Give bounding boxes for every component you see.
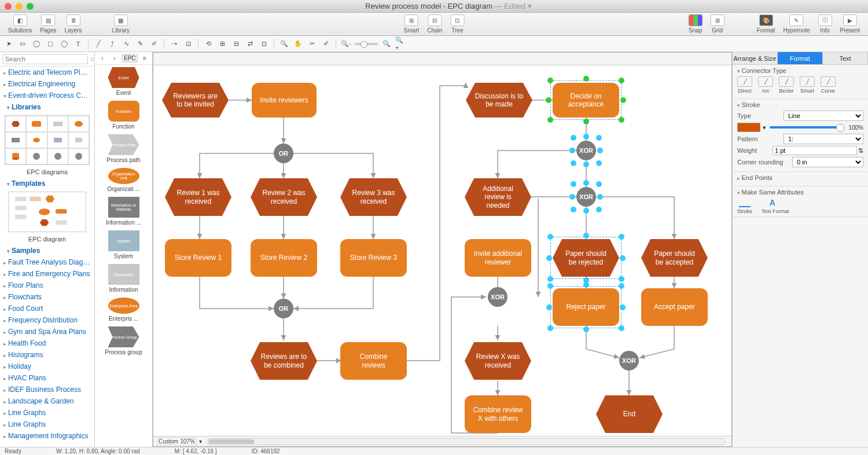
event-shape[interactable]: Review X was received bbox=[465, 342, 531, 380]
zoom-in-button[interactable]: 🔍+ bbox=[395, 39, 406, 49]
nav-item[interactable]: Management Infographics bbox=[0, 430, 94, 442]
crop-icon[interactable]: ✂ bbox=[307, 39, 317, 49]
lib-fwd-icon[interactable]: › bbox=[109, 53, 120, 64]
present-button[interactable]: ▶Present bbox=[837, 14, 863, 34]
tree-button[interactable]: ⊡Tree bbox=[447, 14, 468, 34]
event-shape[interactable]: Reviewers are to be invited bbox=[162, 83, 229, 118]
nav-item[interactable]: Food Court bbox=[0, 303, 94, 314]
info-button[interactable]: ⓘInfo bbox=[815, 14, 836, 34]
event-shape[interactable]: Review 1 was received bbox=[165, 178, 231, 216]
function-shape[interactable]: Invite reviewers bbox=[252, 83, 317, 118]
function-shape[interactable]: Decide on acceptance bbox=[553, 83, 619, 118]
section-connector-type[interactable]: Connector Type bbox=[737, 67, 863, 74]
lasso-icon[interactable]: ◯ bbox=[31, 39, 42, 49]
nav-templates[interactable]: Templates bbox=[0, 178, 94, 189]
grid-button[interactable]: ⊞Grid bbox=[707, 14, 728, 34]
tab-arrange[interactable]: Arrange & Size bbox=[733, 52, 778, 64]
nav-item[interactable]: Electrical Engineering bbox=[0, 78, 94, 90]
function-shape[interactable]: Combine reviews bbox=[340, 342, 407, 380]
nav-item[interactable]: Fire and Emergency Plans bbox=[0, 268, 94, 280]
lib-back-icon[interactable]: ‹ bbox=[97, 53, 108, 64]
zoom-down-icon[interactable]: ▾ bbox=[199, 438, 202, 445]
event-shape[interactable]: Paper should be accepted bbox=[641, 239, 708, 277]
lib-item[interactable]: InformationInformation bbox=[95, 264, 152, 293]
line-tool-icon[interactable]: ╱ bbox=[93, 39, 104, 49]
rect-select-icon[interactable]: ▭ bbox=[17, 39, 28, 49]
event-shape[interactable]: End bbox=[596, 395, 663, 433]
format-button[interactable]: 🎨Format bbox=[753, 14, 779, 34]
text-tool-icon[interactable]: T bbox=[73, 39, 83, 49]
scrollbar-horizontal[interactable] bbox=[207, 438, 726, 445]
pages-button[interactable]: ▤Pages bbox=[36, 14, 60, 34]
arc-tool-icon[interactable]: ⤴ bbox=[107, 39, 117, 49]
xor-gate[interactable]: XOR bbox=[488, 287, 507, 307]
distribute-icon[interactable]: ⊟ bbox=[231, 39, 241, 49]
stroke-color-swatch[interactable] bbox=[737, 123, 760, 132]
tab-format[interactable]: Format bbox=[778, 52, 823, 64]
event-shape[interactable]: Paper should be rejected bbox=[553, 239, 619, 277]
home-icon[interactable]: ⌂ bbox=[90, 55, 94, 63]
nav-item[interactable]: Holiday bbox=[0, 361, 94, 372]
stamp-icon[interactable]: ⊡ bbox=[183, 39, 193, 49]
function-shape[interactable]: Invite additional reviewer bbox=[465, 239, 531, 277]
stepper-icon[interactable]: ⇅ bbox=[858, 147, 863, 155]
nav-item[interactable]: HVAC Plans bbox=[0, 372, 94, 384]
section-endpoints[interactable]: End Points bbox=[737, 174, 863, 181]
lib-item[interactable]: EventEvent bbox=[95, 67, 152, 96]
conn-bezier-button[interactable]: ╱Bezier bbox=[779, 76, 794, 94]
corner-select[interactable]: 0 in bbox=[792, 157, 863, 167]
layers-button[interactable]: ≣Layers bbox=[61, 14, 86, 34]
conn-curve-button[interactable]: ╱Curve bbox=[821, 76, 836, 94]
nav-item[interactable]: Health Food bbox=[0, 337, 94, 349]
tab-text[interactable]: Text bbox=[823, 52, 868, 64]
section-stroke[interactable]: Stroke bbox=[737, 101, 863, 108]
nav-item[interactable]: Gym and Spa Area Plans bbox=[0, 326, 94, 337]
zoom-fit-icon[interactable]: 🔍 bbox=[381, 39, 392, 49]
library-thumbnail[interactable] bbox=[5, 115, 90, 165]
lib-item[interactable]: Enterprise AreaEnterpris ... bbox=[95, 298, 152, 322]
pointer-tool-icon[interactable]: ➤ bbox=[3, 39, 14, 49]
nav-item[interactable]: IDEF Business Process bbox=[0, 384, 94, 395]
event-shape[interactable]: Review 2 was received bbox=[251, 178, 317, 216]
or-gate[interactable]: OR bbox=[274, 299, 293, 318]
function-shape[interactable]: Accept paper bbox=[641, 288, 708, 326]
pen-tool-icon[interactable]: ✎ bbox=[135, 39, 145, 49]
xor-gate[interactable]: XOR bbox=[576, 187, 596, 207]
group-icon[interactable]: ⊡ bbox=[259, 39, 269, 49]
event-shape[interactable]: Review 3 was received bbox=[340, 178, 407, 216]
nav-item[interactable]: Floor Plans bbox=[0, 280, 94, 291]
chain-button[interactable]: ⊟Chain bbox=[424, 14, 446, 34]
nav-samples[interactable]: Samples bbox=[0, 245, 94, 256]
library-button[interactable]: ▦Library bbox=[109, 14, 134, 34]
zoom-slider[interactable] bbox=[355, 43, 378, 45]
lib-item[interactable]: Process GroupProcess group bbox=[95, 326, 152, 355]
template-thumbnail[interactable] bbox=[8, 192, 86, 232]
nav-libraries[interactable]: Libraries bbox=[0, 101, 94, 113]
weight-input[interactable] bbox=[773, 146, 857, 155]
xor-gate[interactable]: XOR bbox=[576, 141, 596, 160]
lib-item[interactable]: FunctionFunction bbox=[95, 101, 152, 130]
eyedrop2-icon[interactable]: ✐ bbox=[321, 39, 331, 49]
type-select[interactable]: Line bbox=[784, 111, 863, 121]
conn-smart-button[interactable]: ╱Smart bbox=[800, 76, 815, 94]
function-shape[interactable]: Store Review 1 bbox=[165, 239, 231, 277]
event-shape[interactable]: Reviews are to be combined bbox=[251, 342, 317, 380]
align-icon[interactable]: ⊞ bbox=[217, 39, 227, 49]
conn-direct-button[interactable]: ╱Direct bbox=[737, 76, 752, 94]
spline-tool-icon[interactable]: ∿ bbox=[121, 39, 131, 49]
xor-gate[interactable]: XOR bbox=[619, 351, 639, 370]
nav-item[interactable]: Histograms bbox=[0, 349, 94, 361]
pan-icon[interactable]: ✋ bbox=[293, 39, 303, 49]
lib-menu-icon[interactable]: ≡ bbox=[139, 53, 150, 64]
minimize-icon[interactable] bbox=[16, 3, 23, 10]
msa-stroke-button[interactable]: Stroke bbox=[737, 198, 752, 214]
zoom-out-button[interactable]: 🔍- bbox=[341, 39, 351, 49]
opacity-slider[interactable] bbox=[770, 126, 841, 129]
nav-item[interactable]: Line Graphs bbox=[0, 419, 94, 430]
nav-item[interactable]: Event-driven Process Chain bbox=[0, 90, 94, 101]
lib-item[interactable]: SystemSystem bbox=[95, 230, 152, 259]
flip-icon[interactable]: ⇄ bbox=[245, 39, 255, 49]
event-shape[interactable]: Discussion is to be made bbox=[466, 83, 532, 118]
event-shape[interactable]: Additional review is needed bbox=[465, 178, 531, 216]
rect-tool-icon[interactable]: ▢ bbox=[45, 39, 56, 49]
